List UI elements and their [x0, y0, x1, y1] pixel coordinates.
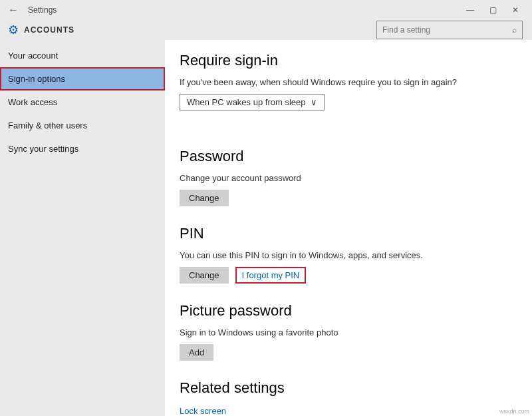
require-signin-dropdown[interactable]: When PC wakes up from sleep ∨: [180, 94, 325, 110]
pin-desc: You can use this PIN to sign in to Windo…: [180, 250, 532, 260]
picture-password-section: Picture password Sign in to Windows usin…: [180, 302, 532, 361]
pin-title: PIN: [180, 225, 532, 242]
header: ⚙ ACCOUNTS ⌕: [0, 20, 532, 40]
chevron-down-icon: ∨: [311, 97, 317, 107]
require-signin-section: Require sign-in If you've been away, whe…: [180, 52, 532, 129]
minimize-button[interactable]: —: [459, 0, 481, 20]
picture-password-desc: Sign in to Windows using a favorite phot…: [180, 327, 532, 337]
breadcrumb: ACCOUNTS: [24, 25, 74, 35]
sidebar-item-family-other-users[interactable]: Family & other users: [0, 114, 165, 137]
require-signin-title: Require sign-in: [180, 52, 532, 69]
picture-password-add-button[interactable]: Add: [180, 344, 213, 361]
search-box[interactable]: ⌕: [376, 21, 523, 39]
gear-icon: ⚙: [8, 23, 19, 37]
lock-screen-link[interactable]: Lock screen: [180, 406, 226, 416]
maximize-button[interactable]: ▢: [481, 0, 504, 20]
password-desc: Change your account password: [180, 173, 532, 183]
sidebar: Your account Sign-in options Work access…: [0, 40, 165, 416]
content-pane: Require sign-in If you've been away, whe…: [165, 40, 532, 416]
back-button[interactable]: ←: [5, 4, 21, 16]
dropdown-value: When PC wakes up from sleep: [187, 97, 305, 107]
sidebar-item-sync-your-settings[interactable]: Sync your settings: [0, 137, 165, 160]
close-button[interactable]: ✕: [504, 0, 527, 20]
sidebar-item-work-access[interactable]: Work access: [0, 91, 165, 114]
forgot-pin-link[interactable]: I forgot my PIN: [235, 267, 307, 284]
titlebar: ← Settings — ▢ ✕: [0, 0, 532, 20]
sidebar-item-sign-in-options[interactable]: Sign-in options: [0, 67, 165, 91]
window-title: Settings: [28, 5, 57, 15]
pin-section: PIN You can use this PIN to sign in to W…: [180, 225, 532, 284]
password-title: Password: [180, 148, 532, 165]
watermark: wsxdn.com: [499, 408, 529, 415]
require-signin-desc: If you've been away, when should Windows…: [180, 77, 532, 87]
sidebar-item-your-account[interactable]: Your account: [0, 44, 165, 67]
password-change-button[interactable]: Change: [180, 190, 229, 206]
pin-change-button[interactable]: Change: [180, 267, 229, 284]
search-icon: ⌕: [512, 25, 517, 35]
picture-password-title: Picture password: [180, 302, 532, 319]
password-section: Password Change your account password Ch…: [180, 148, 532, 206]
related-settings-section: Related settings Lock screen: [180, 379, 532, 416]
related-settings-title: Related settings: [180, 379, 532, 397]
search-input[interactable]: [382, 25, 512, 35]
